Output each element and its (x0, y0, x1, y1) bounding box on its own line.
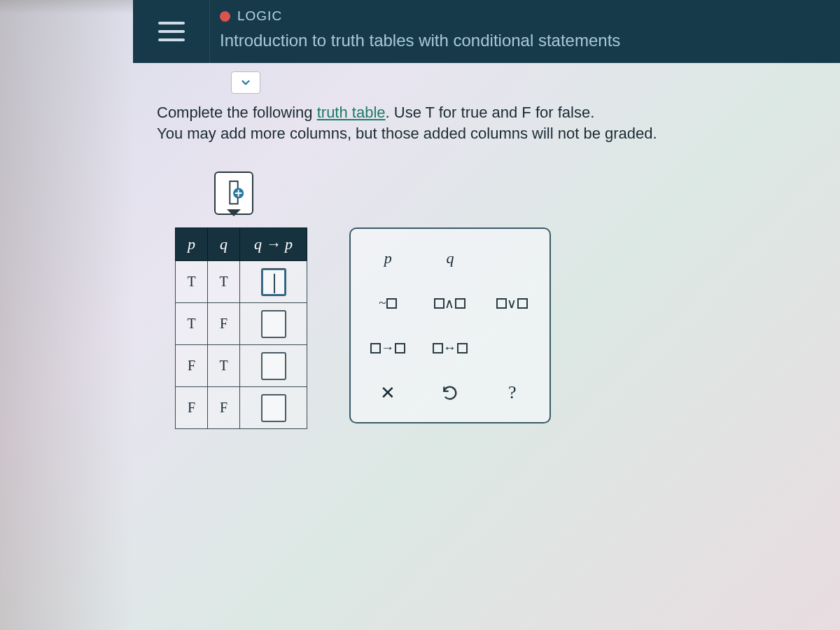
palette-and-button[interactable]: ∧ (426, 285, 475, 321)
add-column-icon (223, 180, 244, 206)
category-label: LOGIC (237, 8, 282, 24)
cell-q: T (208, 261, 240, 303)
cell-p: T (176, 303, 208, 345)
undo-icon (441, 384, 459, 402)
palette-clear-button[interactable]: ✕ (363, 374, 413, 411)
lesson-header: LOGIC Introduction to truth tables with … (133, 0, 840, 63)
palette-not-button[interactable]: ~ (363, 285, 413, 321)
cell-p: F (176, 387, 208, 429)
chevron-down-icon (239, 76, 252, 89)
symbol-palette: p q ~ ∧ ∨ → ↔ ✕ (349, 227, 551, 424)
palette-implies-button[interactable]: → (363, 330, 413, 366)
cell-answer (240, 387, 307, 429)
answer-input[interactable] (261, 310, 286, 338)
menu-hamburger-icon[interactable] (158, 22, 185, 41)
lesson-title: Introduction to truth tables with condit… (220, 31, 620, 50)
table-row: TT (176, 261, 307, 303)
answer-input[interactable] (261, 352, 286, 380)
cell-p: F (176, 345, 208, 387)
col-header-q: q (208, 228, 240, 261)
table-row: FF (176, 387, 307, 429)
table-row: TF (176, 303, 307, 345)
expand-chevron-button[interactable] (231, 71, 260, 94)
palette-q-button[interactable]: q (426, 240, 475, 276)
col-header-p: p (176, 228, 208, 261)
add-column-button[interactable] (214, 172, 253, 215)
table-row: FT (176, 345, 307, 387)
answer-input[interactable] (261, 394, 286, 422)
cell-p: T (176, 261, 208, 303)
category-dot-icon (220, 11, 230, 22)
cell-q: F (208, 303, 240, 345)
palette-undo-button[interactable] (426, 374, 475, 411)
cell-q: T (208, 345, 240, 387)
instructions-text: Complete the following truth table. Use … (157, 102, 812, 144)
answer-input[interactable] (261, 268, 286, 296)
truth-table: p q q → p TTTFFTFF (175, 227, 307, 429)
cell-answer (240, 303, 307, 345)
palette-help-button[interactable]: ? (487, 374, 537, 411)
cell-answer (240, 261, 307, 303)
truth-table-link[interactable]: truth table (317, 104, 386, 121)
cell-answer (240, 345, 307, 387)
col-header-expr: q → p (240, 228, 307, 261)
palette-iff-button[interactable]: ↔ (426, 330, 475, 366)
palette-p-button[interactable]: p (363, 240, 413, 276)
cell-q: F (208, 387, 240, 429)
palette-or-button[interactable]: ∨ (487, 285, 537, 321)
